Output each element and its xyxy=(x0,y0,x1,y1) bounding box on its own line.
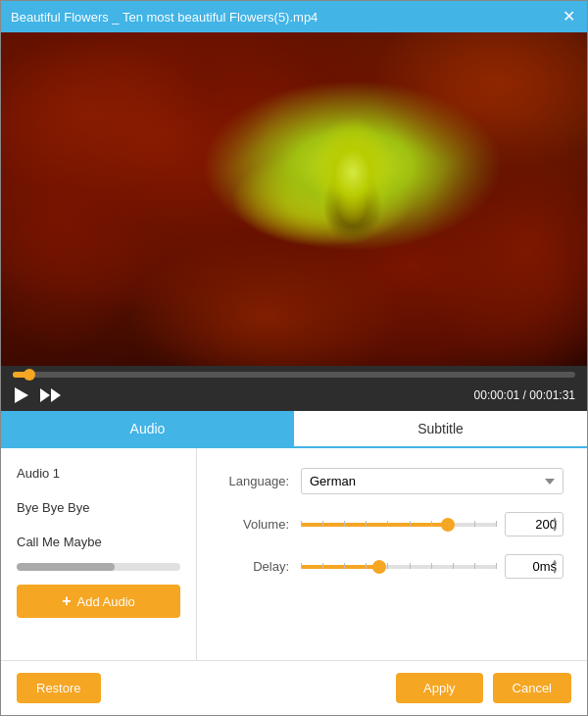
controls-row: 00:00:01 / 00:01:31 xyxy=(13,385,575,405)
volume-down-button[interactable]: ▼ xyxy=(548,525,562,535)
tab-audio[interactable]: Audio xyxy=(1,411,294,446)
add-audio-label: Add Audio xyxy=(77,594,135,609)
volume-fill xyxy=(301,523,448,527)
language-row: Language: German English French Spanish … xyxy=(220,468,564,494)
restore-button[interactable]: Restore xyxy=(17,673,101,703)
list-item[interactable]: Call Me Maybe xyxy=(1,525,196,559)
delay-down-button[interactable]: ▼ xyxy=(548,567,562,577)
time-display: 00:00:01 / 00:01:31 xyxy=(474,388,575,402)
add-audio-button[interactable]: + Add Audio xyxy=(17,585,180,618)
audio-item-label: Call Me Maybe xyxy=(17,535,102,549)
tick xyxy=(453,563,454,569)
main-content: Audio 1 Bye Bye Bye Call Me Maybe + Add … xyxy=(1,448,587,660)
list-item[interactable]: Audio 1 xyxy=(1,456,196,490)
list-item[interactable]: Bye Bye Bye xyxy=(1,490,196,525)
volume-up-button[interactable]: ▲ xyxy=(548,515,562,525)
delay-row: Delay: xyxy=(220,554,564,579)
main-window: Beautiful Flowers _ Ten most beautiful F… xyxy=(0,0,588,716)
cancel-button[interactable]: Cancel xyxy=(493,673,571,703)
delay-thumb[interactable] xyxy=(372,560,386,574)
close-button[interactable]: ✕ xyxy=(560,8,577,26)
audio-item-label: Audio 1 xyxy=(17,466,60,481)
settings-panel: Language: German English French Spanish … xyxy=(197,448,587,660)
volume-input-wrap: ▲ ▼ xyxy=(505,512,564,537)
volume-slider-container: ▲ ▼ xyxy=(301,512,564,537)
play-button[interactable] xyxy=(13,385,30,405)
volume-label: Volume: xyxy=(220,517,289,532)
delay-slider-container: ▲ ▼ xyxy=(301,554,564,579)
play-icon xyxy=(15,387,28,403)
delay-spinners: ▲ ▼ xyxy=(548,557,562,577)
footer-right: Apply Cancel xyxy=(396,673,571,703)
tabs-row: Audio Subtitle xyxy=(1,411,587,448)
plus-icon: + xyxy=(62,592,71,610)
delay-label: Delay: xyxy=(220,559,289,574)
tick xyxy=(496,521,497,527)
volume-spinners: ▲ ▼ xyxy=(548,515,562,535)
scrollbar[interactable] xyxy=(17,563,180,571)
volume-thumb[interactable] xyxy=(441,518,455,532)
tick xyxy=(496,563,497,569)
controls-bar: 00:00:01 / 00:01:31 xyxy=(1,366,587,411)
title-bar: Beautiful Flowers _ Ten most beautiful F… xyxy=(1,1,587,32)
tab-subtitle[interactable]: Subtitle xyxy=(294,411,587,446)
fast-forward-icon xyxy=(40,388,61,402)
volume-slider-track[interactable] xyxy=(301,523,497,527)
fast-forward-button[interactable] xyxy=(38,386,63,404)
time-separator: / xyxy=(519,388,529,402)
language-label: Language: xyxy=(220,474,289,488)
progress-bar[interactable] xyxy=(13,372,575,378)
video-thumbnail xyxy=(1,32,587,366)
scrollbar-thumb xyxy=(17,563,115,571)
delay-up-button[interactable]: ▲ xyxy=(548,557,562,567)
tick xyxy=(410,563,411,569)
volume-row: Volume: xyxy=(220,512,564,537)
delay-fill xyxy=(301,565,379,569)
audio-item-label: Bye Bye Bye xyxy=(17,500,89,515)
delay-slider-track[interactable] xyxy=(301,565,497,569)
delay-input-wrap: ▲ ▼ xyxy=(505,554,564,579)
progress-thumb xyxy=(24,369,35,381)
tick xyxy=(387,563,388,569)
language-select[interactable]: German English French Spanish Italian xyxy=(301,468,564,494)
audio-list: Audio 1 Bye Bye Bye Call Me Maybe + Add … xyxy=(1,448,197,660)
tick xyxy=(474,521,475,527)
tick xyxy=(474,563,475,569)
footer-bar: Restore Apply Cancel xyxy=(1,660,587,715)
video-preview xyxy=(1,32,587,366)
time-current: 00:00:01 xyxy=(474,388,520,402)
time-total: 00:01:31 xyxy=(529,388,575,402)
tick xyxy=(431,563,432,569)
window-title: Beautiful Flowers _ Ten most beautiful F… xyxy=(11,10,318,25)
apply-button[interactable]: Apply xyxy=(396,673,483,703)
playback-controls xyxy=(13,385,63,405)
